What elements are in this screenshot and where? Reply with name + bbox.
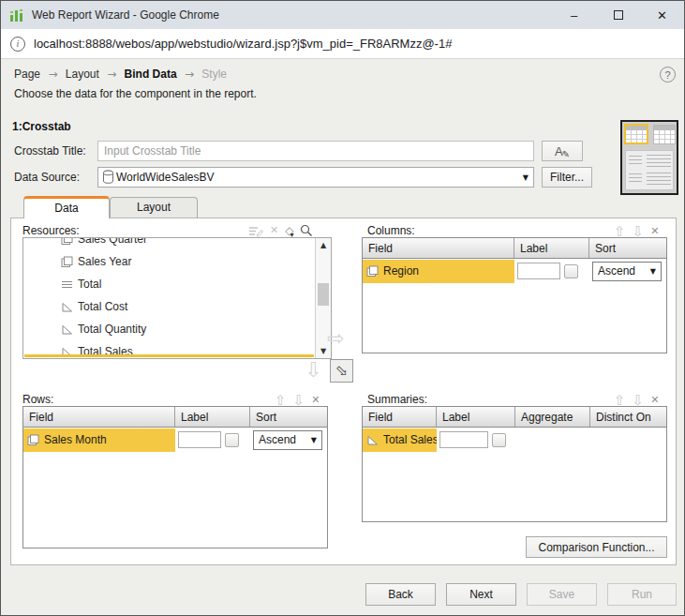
scrollbar-thumb[interactable] xyxy=(318,283,329,306)
column-header: Sort xyxy=(250,407,327,427)
wizard-content: Page → Layout → Bind Data → Style ? Choo… xyxy=(1,59,684,615)
sort-dropdown[interactable]: Ascend ▼ xyxy=(253,430,322,450)
label-input[interactable] xyxy=(178,431,221,448)
step-arrow-icon: → xyxy=(180,68,199,81)
step-style: Style xyxy=(201,68,227,81)
total-icon xyxy=(61,278,73,291)
rows-label: Rows: xyxy=(22,393,53,406)
scroll-up-icon[interactable]: ▲ xyxy=(316,238,331,252)
edit-list-icon[interactable] xyxy=(248,225,263,237)
move-down-icon[interactable]: ⇩ xyxy=(633,225,645,238)
breadcrumb: Page → Layout → Bind Data → Style xyxy=(14,68,227,81)
rows-table-header: Field Label Sort xyxy=(23,407,327,428)
sort-cell: Ascend ▼ xyxy=(589,262,662,281)
move-down-icon[interactable]: ⇩ xyxy=(293,394,305,407)
measure-icon xyxy=(61,301,73,313)
move-up-icon[interactable]: ⇧ xyxy=(275,394,287,407)
move-right-arrow-icon[interactable]: ⇨ xyxy=(327,328,344,349)
back-button[interactable]: Back xyxy=(365,583,436,606)
field-cell-selected[interactable]: Sales Month xyxy=(23,428,175,452)
label-input[interactable] xyxy=(439,431,488,448)
summaries-label: Summaries: xyxy=(367,393,427,406)
move-up-icon[interactable]: ⇧ xyxy=(614,394,626,407)
column-header: Label xyxy=(514,238,589,258)
preview-lines xyxy=(647,155,671,168)
delete-icon[interactable]: ✕ xyxy=(650,225,659,238)
list-item[interactable]: Total Quantity xyxy=(23,318,315,340)
step-description: Choose the data for the component in the… xyxy=(14,87,257,100)
measure-icon xyxy=(366,434,379,446)
tab-layout[interactable]: Layout xyxy=(110,197,198,218)
search-icon[interactable] xyxy=(300,224,313,237)
filter-button[interactable]: Filter... xyxy=(542,167,592,188)
step-arrow-icon: → xyxy=(43,68,62,81)
crosstab-title-input[interactable] xyxy=(97,141,534,161)
column-header: Field xyxy=(363,407,437,427)
rows-table: Field Label Sort Sales Month xyxy=(22,406,328,548)
table-row: Sales Month Ascend ▼ xyxy=(23,428,327,452)
label-cell xyxy=(437,431,515,448)
step-page[interactable]: Page xyxy=(14,68,40,81)
sort-resources-icon[interactable]: ◇ ▾ xyxy=(285,224,293,237)
help-icon[interactable]: ? xyxy=(660,67,676,83)
label-formula-button[interactable] xyxy=(225,433,239,447)
title-font-style-button[interactable]: A✎ xyxy=(542,141,583,161)
preview-lines xyxy=(629,156,642,167)
site-info-icon[interactable]: i xyxy=(10,37,25,52)
label-formula-button[interactable] xyxy=(492,433,506,447)
step-bind-data: Bind Data xyxy=(125,68,177,81)
address-bar[interactable]: i localhost:8888/webos/app/webstudio/wiz… xyxy=(1,29,684,59)
move-down-icon[interactable]: ⇩ xyxy=(633,394,645,407)
step-layout[interactable]: Layout xyxy=(66,68,99,81)
delete-icon[interactable]: ✕ xyxy=(311,394,320,407)
preview-lines xyxy=(629,173,642,184)
column-header: Aggregate xyxy=(515,407,590,427)
chevron-down-icon: ▼ xyxy=(523,173,529,182)
tab-data[interactable]: Data xyxy=(23,196,110,218)
label-cell xyxy=(514,263,589,279)
list-item[interactable]: Total xyxy=(23,273,315,295)
columns-toolbar: ⇧ ⇩ ✕ xyxy=(614,225,659,238)
window-controls: – ✕ xyxy=(552,1,684,29)
title-bar[interactable]: Web Report Wizard - Google Chrome – ✕ xyxy=(1,1,684,29)
move-down-arrow-icon[interactable]: ⇩ xyxy=(305,360,321,381)
next-button[interactable]: Next xyxy=(446,583,516,606)
resources-list-viewport: Sales Quarter Sales Year Total Tota xyxy=(23,238,315,358)
maximize-button[interactable] xyxy=(596,1,640,29)
field-cell-selected[interactable]: Total Sales xyxy=(363,428,437,452)
layout-preview-report[interactable] xyxy=(625,150,674,190)
field-cell-selected[interactable]: Region xyxy=(363,260,514,283)
url-text[interactable]: localhost:8888/webos/app/webstudio/wizar… xyxy=(34,37,452,51)
sort-dropdown[interactable]: Ascend ▼ xyxy=(592,262,662,281)
dimension-icon xyxy=(366,265,379,278)
list-item[interactable]: Total Cost xyxy=(23,295,315,318)
maximize-icon xyxy=(614,10,623,20)
window-title: Web Report Wizard - Google Chrome xyxy=(32,8,552,22)
list-item[interactable]: Sales Quarter xyxy=(23,238,315,250)
column-header: Field xyxy=(363,238,514,258)
dimension-icon xyxy=(27,434,39,446)
label-cell xyxy=(175,431,250,448)
summaries-table: Field Label Aggregate Distinct On Total … xyxy=(362,406,667,522)
add-to-selected-button[interactable]: ⇨ xyxy=(330,359,353,383)
crosstab-title-label: Crosstab Title: xyxy=(14,141,86,161)
delete-icon[interactable]: ✕ xyxy=(650,394,659,407)
comparison-function-button[interactable]: Comparison Function... xyxy=(526,536,667,558)
rows-toolbar: ⇧ ⇩ ✕ xyxy=(275,394,320,407)
list-item[interactable]: Sales Year xyxy=(23,250,315,273)
layout-option-selected[interactable] xyxy=(624,124,648,144)
save-button: Save xyxy=(527,583,597,606)
database-icon xyxy=(102,170,114,185)
bind-data-panel: Resources: ✕ ◇ ▾ xyxy=(10,218,677,565)
layout-option-alt[interactable] xyxy=(653,125,676,144)
measure-icon xyxy=(61,323,73,336)
summaries-table-header: Field Label Aggregate Distinct On xyxy=(363,407,666,428)
remove-resource-icon[interactable]: ✕ xyxy=(270,224,278,237)
close-button[interactable]: ✕ xyxy=(640,1,684,29)
dimension-icon xyxy=(61,256,73,268)
label-input[interactable] xyxy=(517,263,560,279)
minimize-button[interactable]: – xyxy=(552,1,596,29)
move-up-icon[interactable]: ⇧ xyxy=(614,225,626,238)
data-source-dropdown[interactable]: WorldWideSalesBV ▼ xyxy=(97,167,534,188)
label-formula-button[interactable] xyxy=(564,264,578,278)
